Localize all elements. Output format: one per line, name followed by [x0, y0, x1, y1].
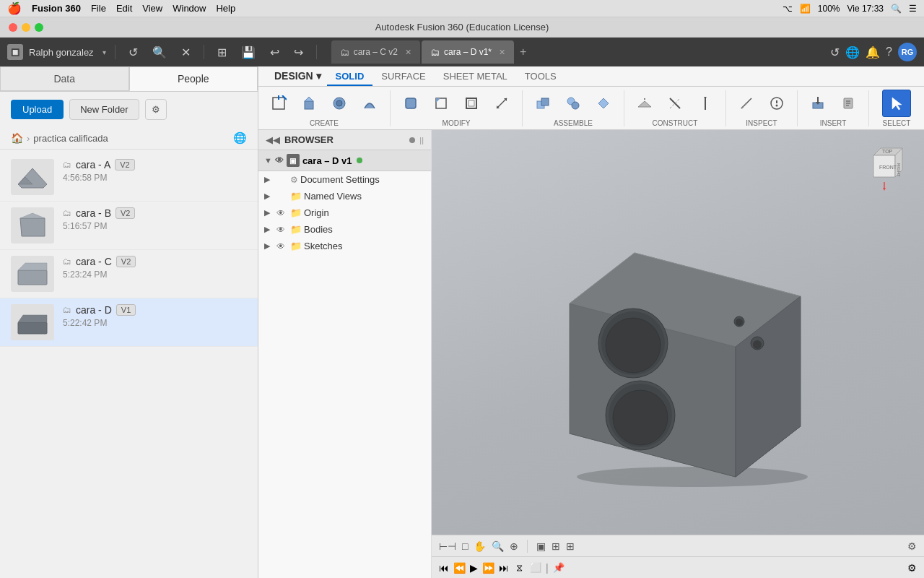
panel-settings-button[interactable]: ⚙ — [145, 99, 167, 120]
save-button[interactable]: 💾 — [237, 44, 260, 61]
scale-button[interactable] — [487, 90, 516, 117]
analysis-button[interactable] — [762, 90, 791, 117]
online-icon[interactable]: 🌐 — [845, 46, 860, 59]
display-settings-icon[interactable]: ⊞ — [552, 540, 560, 552]
undo-button[interactable]: ↩ — [266, 44, 284, 61]
version-badge-b[interactable]: V2 — [116, 207, 135, 219]
select-button[interactable] — [882, 90, 911, 117]
close-panel-button[interactable]: ✕ — [177, 44, 195, 61]
fullscreen-button[interactable] — [35, 23, 43, 32]
traffic-lights — [9, 23, 43, 32]
create-sketch-button[interactable] — [264, 90, 293, 117]
tree-item-sketches[interactable]: ▶ 👁 📁 Sketches — [258, 238, 431, 254]
revolve-button[interactable] — [325, 90, 354, 117]
joint-button[interactable] — [559, 90, 588, 117]
go-last-button[interactable]: ⏭ — [499, 562, 509, 574]
tab-tools[interactable]: TOOLS — [516, 68, 565, 86]
redo-button[interactable]: ↪ — [289, 44, 308, 61]
zoom-icon[interactable]: 🔍 — [492, 540, 504, 552]
upload-button[interactable]: Upload — [11, 100, 64, 119]
file-item-cara-c[interactable]: 🗂 cara - C V2 5:23:24 PM — [0, 250, 258, 298]
globe-icon[interactable]: 🌐 — [233, 131, 247, 144]
tab-people[interactable]: People — [129, 66, 258, 91]
tab-cara-c[interactable]: 🗂 cara – C v2 ✕ — [331, 40, 420, 64]
viewport[interactable]: FRONT TOP RIGHT — [432, 130, 924, 578]
help-icon[interactable]: ? — [886, 46, 892, 59]
tab-close-cara-d[interactable]: ✕ — [499, 48, 505, 57]
tree-item-document-settings[interactable]: ▶ ⚙ Document Settings — [258, 171, 431, 188]
orbit-icon[interactable]: ⊢⊣ — [439, 540, 456, 552]
tab-cara-d[interactable]: 🗂 cara – D v1* ✕ — [422, 40, 514, 64]
capture-position-button[interactable]: 📌 — [553, 562, 565, 573]
close-button[interactable] — [9, 23, 17, 32]
file-item-cara-b[interactable]: 🗂 cara - B V2 5:16:57 PM — [0, 202, 258, 250]
offset-plane-button[interactable] — [630, 90, 659, 117]
home-icon[interactable]: 🏠 — [11, 132, 23, 144]
new-folder-button[interactable]: New Folder — [69, 99, 139, 120]
browser-resize-handle[interactable]: || — [419, 136, 424, 144]
timeline-settings-icon[interactable]: ⚙ — [907, 562, 917, 574]
grid-button[interactable]: ⊞ — [213, 44, 231, 61]
axis-button[interactable] — [691, 90, 720, 117]
apple-menu[interactable]: 🍎 — [7, 1, 22, 15]
settings-gear-icon[interactable]: ⚙ — [290, 175, 298, 185]
minimize-button[interactable] — [22, 23, 30, 32]
tree-root-item[interactable]: ▼ 👁 ▣ cara – D v1 — [258, 150, 431, 171]
go-next-button[interactable]: ⏩ — [482, 562, 494, 574]
refresh-button[interactable]: ↺ — [124, 44, 142, 61]
tab-label-cara-d: cara – D v1* — [444, 47, 492, 57]
notification-icon[interactable]: ☰ — [909, 4, 917, 14]
menu-window[interactable]: Window — [173, 3, 206, 14]
tab-sheet-metal[interactable]: SHEET METAL — [435, 68, 516, 86]
tree-item-origin[interactable]: ▶ 👁 📁 Origin — [258, 204, 431, 221]
version-badge-c[interactable]: V2 — [116, 256, 136, 267]
hand-tool-icon[interactable]: ✋ — [474, 540, 486, 552]
tab-surface[interactable]: SURFACE — [372, 68, 434, 86]
spotlight-icon[interactable]: 🔍 — [891, 4, 902, 14]
tab-solid[interactable]: SOLID — [327, 68, 373, 86]
extrude-button[interactable] — [295, 90, 323, 117]
motion-button[interactable] — [589, 90, 618, 117]
view-cube-icon[interactable]: ▣ — [536, 540, 546, 552]
sweep-button[interactable] — [355, 90, 384, 117]
search-button[interactable]: 🔍 — [148, 44, 171, 61]
username-chevron[interactable]: ▾ — [103, 48, 106, 56]
tab-close-cara-c[interactable]: ✕ — [405, 48, 411, 57]
go-prev-button[interactable]: ⏪ — [453, 562, 466, 574]
menu-help[interactable]: Help — [216, 3, 235, 14]
fit-icon[interactable]: ⊕ — [510, 540, 518, 552]
pan-icon[interactable]: □ — [462, 540, 468, 552]
go-first-button[interactable]: ⏮ — [439, 562, 449, 574]
add-tab-button[interactable]: + — [515, 44, 531, 60]
tree-eye-icon[interactable]: 👁 — [275, 155, 284, 165]
file-item-cara-a[interactable]: 🗂 cara - A V2 4:56:58 PM — [0, 153, 258, 202]
tree-item-bodies[interactable]: ▶ 👁 📁 Bodies — [258, 221, 431, 238]
new-component-button[interactable] — [528, 90, 557, 117]
notifications-icon[interactable]: 🔔 — [866, 46, 880, 59]
menu-edit[interactable]: Edit — [116, 3, 132, 14]
play-button[interactable]: ▶ — [470, 562, 478, 574]
menu-file[interactable]: File — [91, 3, 106, 14]
grid-settings-icon[interactable]: ⊞ — [566, 540, 575, 552]
menu-view[interactable]: View — [142, 3, 162, 14]
tree-item-named-views[interactable]: ▶ 📁 Named Views — [258, 188, 431, 204]
sync-icon[interactable]: ↺ — [830, 46, 840, 59]
browser-collapse-button[interactable]: ◀◀ — [266, 134, 280, 145]
viewport-settings-button[interactable]: ⚙ — [907, 540, 917, 552]
version-badge-a[interactable]: V2 — [115, 159, 134, 171]
midplane-button[interactable] — [661, 90, 689, 117]
insert-svg-button[interactable] — [834, 90, 863, 117]
mode-selector[interactable]: DESIGN ▾ — [266, 67, 327, 86]
eye-icon-origin[interactable]: 👁 — [276, 208, 288, 218]
chamfer-button[interactable] — [427, 90, 456, 117]
tab-data[interactable]: Data — [0, 66, 129, 91]
insert-mesh-button[interactable] — [803, 90, 832, 117]
file-item-cara-d[interactable]: 🗂 cara - D V1 5:22:42 PM — [0, 298, 258, 347]
version-badge-d[interactable]: V1 — [116, 304, 136, 316]
eye-icon-bodies[interactable]: 👁 — [276, 225, 288, 235]
eye-icon-sketches[interactable]: 👁 — [276, 241, 288, 251]
fillet-button[interactable] — [396, 90, 425, 117]
user-avatar[interactable]: RG — [898, 43, 917, 61]
shell-button[interactable] — [457, 90, 486, 117]
measure-button[interactable] — [732, 90, 761, 117]
